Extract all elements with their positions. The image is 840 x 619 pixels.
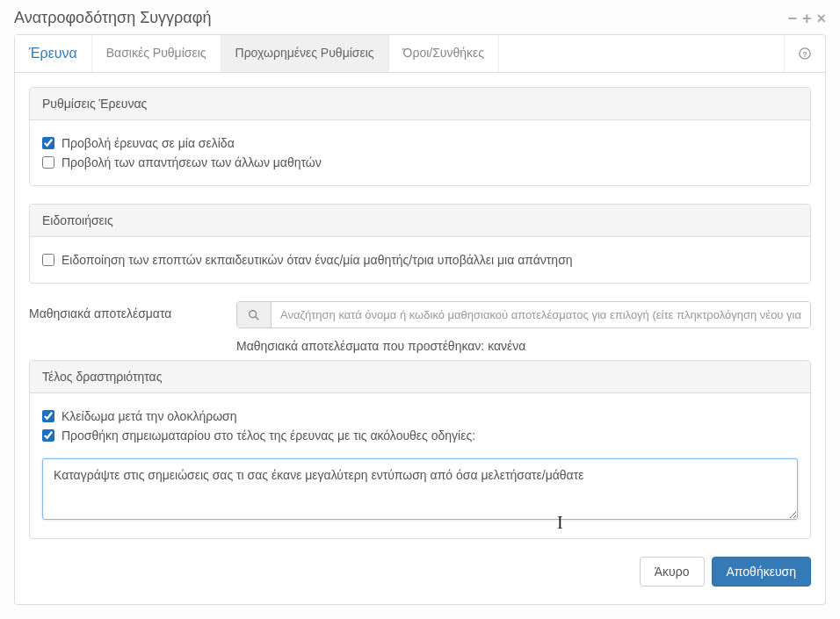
svg-line-3: [256, 316, 259, 320]
tab-spacer: [499, 35, 784, 72]
label-show-others[interactable]: Προβολή των απαντήσεων των άλλων μαθητών: [62, 155, 322, 169]
checkbox-lock-after[interactable]: [42, 410, 54, 422]
checkbox-one-page[interactable]: [42, 137, 54, 149]
search-outcomes-input[interactable]: [272, 302, 810, 327]
search-icon: [237, 302, 272, 327]
label-notify-monitors[interactable]: Ειδοποίηση των εποπτών εκπαιδευτικών ότα…: [62, 253, 573, 267]
save-button[interactable]: Αποθήκευση: [712, 557, 811, 587]
tab-conditions[interactable]: Όροι/Συνθήκες: [389, 35, 499, 72]
checkbox-show-others[interactable]: [42, 156, 54, 169]
maximize-icon[interactable]: +: [802, 11, 812, 26]
outcomes-added-hint: Μαθησιακά αποτελέσματα που προστέθηκαν: …: [236, 339, 811, 353]
minimize-icon[interactable]: −: [787, 11, 797, 26]
checkbox-add-notebook[interactable]: [42, 429, 54, 442]
modal-header: Ανατροφοδότηση Συγγραφή − + ×: [0, 0, 840, 34]
label-lock-after[interactable]: Κλείδωμα μετά την ολοκλήρωση: [62, 409, 237, 423]
panel-end-activity: Τέλος δραστηριότητας Κλείδωμα μετά την ο…: [29, 360, 811, 539]
panel-survey-settings: Ρυθμίσεις Έρευνας Προβολή έρευνας σε μία…: [29, 87, 811, 186]
window-controls: − + ×: [787, 11, 826, 26]
row-learning-outcomes: Μαθησιακά αποτελέσματα Μαθησιακά αποτελέ…: [29, 301, 811, 353]
checkbox-notify-monitors[interactable]: [42, 254, 54, 266]
search-outcomes-group: [236, 301, 811, 328]
tab-research[interactable]: Έρευνα: [15, 35, 92, 72]
svg-point-2: [250, 310, 257, 317]
content-area: Ρυθμίσεις Έρευνας Προβολή έρευνας σε μία…: [14, 73, 826, 605]
label-learning-outcomes: Μαθησιακά αποτελέσματα: [29, 301, 222, 320]
panel-notifications: Ειδοποιήσεις Ειδοποίηση των εποπτών εκπα…: [29, 204, 811, 284]
panel-header-survey: Ρυθμίσεις Έρευνας: [30, 88, 810, 120]
label-add-notebook[interactable]: Προσθήκη σημειωματαρίου στο τέλος της έρ…: [62, 428, 475, 443]
modal-body: Έρευνα Βασικές Ρυθμίσεις Προχωρημένες Ρυ…: [0, 34, 840, 619]
button-bar: Άκυρο Αποθήκευση: [29, 557, 811, 587]
svg-text:?: ?: [802, 50, 807, 59]
help-icon[interactable]: ?: [784, 35, 825, 72]
close-icon[interactable]: ×: [816, 11, 826, 26]
label-one-page[interactable]: Προβολή έρευνας σε μία σελίδα: [62, 136, 235, 150]
tab-advanced-settings[interactable]: Προχωρημένες Ρυθμίσεις: [221, 35, 389, 72]
panel-header-notifications: Ειδοποιήσεις: [30, 205, 810, 237]
tabs: Έρευνα Βασικές Ρυθμίσεις Προχωρημένες Ρυ…: [14, 34, 826, 73]
modal-title: Ανατροφοδότηση Συγγραφή: [14, 9, 211, 27]
cancel-button[interactable]: Άκυρο: [640, 557, 705, 587]
notebook-instructions-textarea[interactable]: [42, 458, 798, 520]
panel-header-end-activity: Τέλος δραστηριότητας: [30, 361, 810, 393]
tab-basic-settings[interactable]: Βασικές Ρυθμίσεις: [92, 35, 221, 72]
